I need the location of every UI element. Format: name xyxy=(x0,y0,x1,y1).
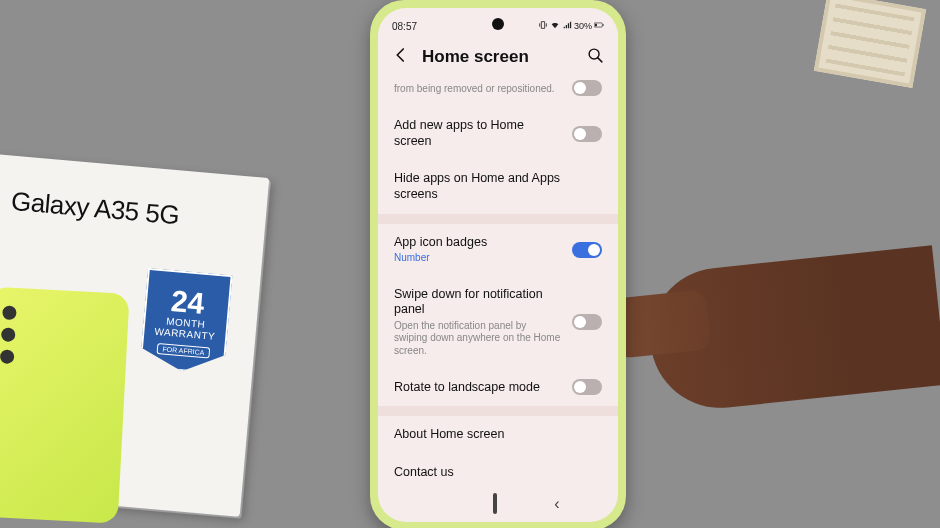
nav-home-icon[interactable] xyxy=(493,495,497,513)
navigation-bar: ‹ xyxy=(378,490,618,522)
camera-hole xyxy=(492,18,504,30)
setting-add-apps[interactable]: Add new apps to Home screen xyxy=(394,107,602,160)
page-title: Home screen xyxy=(422,47,575,67)
hand-finger xyxy=(643,245,940,415)
warranty-badge: 24 MONTH WARRANTY FOR AFRICA xyxy=(139,268,232,375)
toggle-swipe-notification[interactable] xyxy=(572,314,602,330)
toggle-icon-badges[interactable] xyxy=(572,242,602,258)
setting-contact-title: Contact us xyxy=(394,465,602,481)
setting-contact[interactable]: Contact us xyxy=(394,454,602,490)
settings-list[interactable]: from being removed or repositioned. Add … xyxy=(378,80,618,490)
toggle-rotate[interactable] xyxy=(572,379,602,395)
back-icon[interactable] xyxy=(392,46,410,68)
battery-icon xyxy=(594,20,604,32)
wifi-icon xyxy=(550,20,560,32)
status-icons: 30% xyxy=(538,20,604,32)
setting-rotate[interactable]: Rotate to landscape mode xyxy=(394,368,602,406)
setting-hide-apps-title: Hide apps on Home and Apps screens xyxy=(394,171,602,202)
product-box: Galaxy A35 5G 24 MONTH WARRANTY FOR AFRI… xyxy=(0,153,269,517)
svg-rect-1 xyxy=(595,24,597,27)
battery-text: 30% xyxy=(574,21,592,31)
setting-add-apps-title: Add new apps to Home screen xyxy=(394,118,562,149)
signal-icon xyxy=(562,20,572,32)
phone-device: 08:57 30% Home sc xyxy=(370,0,626,528)
setting-lock-sub: from being removed or repositioned. xyxy=(394,83,562,96)
nav-back-icon[interactable]: ‹ xyxy=(554,495,559,513)
setting-icon-badges[interactable]: App icon badges Number xyxy=(394,224,602,276)
toggle-lock-layout[interactable] xyxy=(572,80,602,96)
setting-badges-title: App icon badges xyxy=(394,235,562,251)
product-phone-image xyxy=(0,287,130,524)
page-header: Home screen xyxy=(378,38,618,80)
setting-swipe-notification[interactable]: Swipe down for notification panel Open t… xyxy=(394,276,602,369)
phone-screen: 08:57 30% Home sc xyxy=(378,8,618,522)
search-icon[interactable] xyxy=(587,47,604,68)
svg-rect-2 xyxy=(603,24,604,26)
svg-line-4 xyxy=(598,57,602,61)
wooden-block-prop xyxy=(814,0,926,88)
toggle-add-apps[interactable] xyxy=(572,126,602,142)
setting-lock-layout[interactable]: from being removed or repositioned. xyxy=(394,80,602,107)
setting-about[interactable]: About Home screen xyxy=(394,416,602,454)
section-divider xyxy=(378,214,618,224)
section-divider-2 xyxy=(378,406,618,416)
setting-hide-apps[interactable]: Hide apps on Home and Apps screens xyxy=(394,160,602,213)
setting-badges-sub: Number xyxy=(394,252,562,265)
setting-swipe-sub: Open the notification panel by swiping d… xyxy=(394,320,562,358)
setting-swipe-title: Swipe down for notification panel xyxy=(394,287,562,318)
badge-region: FOR AFRICA xyxy=(157,343,210,358)
setting-about-title: About Home screen xyxy=(394,427,602,443)
status-time: 08:57 xyxy=(392,21,417,32)
product-title: Galaxy A35 5G xyxy=(10,186,247,237)
vibrate-icon xyxy=(538,20,548,32)
setting-rotate-title: Rotate to landscape mode xyxy=(394,380,562,396)
